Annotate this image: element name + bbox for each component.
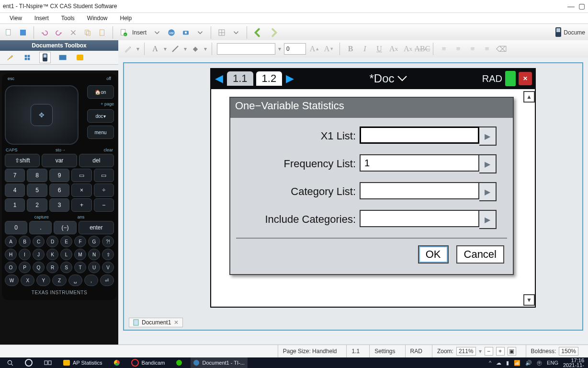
calc-key-U[interactable]: U: [88, 262, 100, 273]
calc-key-5[interactable]: 5: [27, 184, 47, 197]
zoom-out-button[interactable]: −: [485, 347, 493, 356]
tab-next-button[interactable]: ▶: [285, 72, 295, 85]
calc-key-Z[interactable]: Z: [52, 275, 66, 286]
calc-key-0[interactable]: 0: [5, 221, 27, 234]
frequency-list-input[interactable]: [360, 154, 479, 172]
boldness-value[interactable]: 150%: [559, 347, 578, 356]
calc-key-M[interactable]: M: [74, 249, 86, 260]
documents-tab-label[interactable]: Docume: [564, 29, 585, 36]
calc-enter-key[interactable]: enter: [79, 221, 114, 234]
line-color-button[interactable]: [170, 43, 181, 55]
save-button[interactable]: [17, 27, 29, 38]
capture-button[interactable]: [180, 27, 192, 38]
calc-doc-key[interactable]: doc ▾: [87, 109, 114, 123]
strike-button[interactable]: ABC: [417, 43, 428, 55]
font-size-input[interactable]: 0: [284, 43, 306, 55]
task-wechat[interactable]: [173, 357, 185, 368]
scroll-up-button[interactable]: ▲: [523, 91, 535, 103]
toolbox-tab-libraries[interactable]: [75, 52, 85, 63]
calc-key-shift2[interactable]: ⇧: [102, 249, 114, 260]
calc-key-mult[interactable]: ×: [71, 184, 91, 197]
menu-help[interactable]: Help: [115, 14, 137, 23]
decrease-font-button[interactable]: A▼: [323, 43, 335, 55]
tray-wifi-icon[interactable]: 📶: [514, 360, 520, 366]
document-tab[interactable]: Document1 ✕: [129, 318, 183, 327]
underline-button[interactable]: U: [373, 43, 385, 55]
calc-touchpad-click[interactable]: ✥: [31, 104, 53, 126]
tools-icon[interactable]: [122, 43, 134, 55]
handheld-scrollbar[interactable]: ▲ ▼: [523, 91, 535, 306]
tray-date[interactable]: 2021-11-: [563, 363, 584, 368]
calc-key-plus[interactable]: +: [71, 198, 91, 212]
calc-shift-key[interactable]: ⇧shift: [5, 154, 40, 167]
calc-key-8[interactable]: 8: [27, 169, 47, 182]
window-maximize-button[interactable]: ▢: [578, 2, 585, 11]
var-button[interactable]: var: [166, 27, 177, 38]
calc-key-N[interactable]: N: [88, 249, 100, 260]
toolbox-tab-calculator[interactable]: [39, 52, 51, 63]
taskview-button[interactable]: [41, 357, 55, 368]
menu-insert[interactable]: Insert: [30, 14, 54, 23]
tab-1-1[interactable]: 1.1: [227, 71, 253, 86]
calc-key-B[interactable]: B: [19, 236, 31, 247]
calc-key-J[interactable]: J: [33, 249, 45, 260]
calc-menu-key[interactable]: menu: [87, 126, 114, 139]
nav-back-button[interactable]: [252, 26, 264, 39]
calc-key-D[interactable]: D: [46, 236, 58, 247]
calc-key-6[interactable]: 6: [49, 184, 69, 197]
calc-key-C[interactable]: C: [33, 236, 45, 247]
calc-key-K[interactable]: K: [46, 249, 58, 260]
calc-var-key[interactable]: var: [42, 154, 77, 167]
zoom-in-button[interactable]: +: [496, 347, 505, 356]
calc-key-X[interactable]: X: [21, 275, 34, 286]
include-categories-dropdown[interactable]: ▶: [479, 210, 497, 229]
calc-on-key[interactable]: 🏠on: [87, 85, 114, 99]
category-list-input[interactable]: [360, 182, 479, 199]
document-tab-close[interactable]: ✕: [174, 319, 179, 326]
text-color-button[interactable]: A: [149, 43, 161, 55]
cancel-button[interactable]: Cancel: [456, 245, 504, 264]
calc-key-return[interactable]: ⏎: [100, 275, 114, 286]
superscript-button[interactable]: Ax: [388, 43, 399, 55]
calc-key-book[interactable]: ▭: [71, 169, 91, 182]
capture-dropdown[interactable]: [194, 27, 206, 38]
calc-key-O[interactable]: O: [5, 262, 17, 273]
calc-key-punct[interactable]: ?!: [102, 236, 114, 247]
tray-battery-icon[interactable]: ▮: [506, 360, 509, 366]
calc-key-dot[interactable]: .: [29, 221, 52, 234]
menu-window[interactable]: Window: [82, 14, 113, 23]
calc-key-V[interactable]: V: [102, 262, 114, 273]
calc-key-G[interactable]: G: [88, 236, 100, 247]
menu-view[interactable]: View: [5, 14, 27, 23]
tray-chevron-icon[interactable]: ^: [489, 360, 491, 366]
calc-key-space[interactable]: ␣: [68, 275, 82, 286]
italic-button[interactable]: I: [359, 43, 371, 55]
toolbox-tab-tools[interactable]: [5, 52, 15, 63]
calc-key-I[interactable]: I: [19, 249, 31, 260]
frequency-list-dropdown[interactable]: ▶: [479, 154, 497, 173]
category-list-dropdown[interactable]: ▶: [479, 182, 497, 201]
calc-key-E[interactable]: E: [60, 236, 72, 247]
include-categories-input[interactable]: [360, 210, 479, 227]
fill-color-button[interactable]: [190, 43, 201, 55]
undo-button[interactable]: [39, 27, 50, 38]
calc-key-W[interactable]: W: [5, 275, 19, 286]
calc-key-T[interactable]: T: [74, 262, 86, 273]
calc-key-div[interactable]: ÷: [94, 184, 114, 197]
bold-button[interactable]: B: [345, 43, 356, 55]
new-doc-button[interactable]: [3, 27, 14, 38]
calc-key-7[interactable]: 7: [5, 169, 25, 182]
nav-forward-button[interactable]: [267, 26, 280, 39]
increase-font-button[interactable]: A▲: [309, 43, 320, 55]
calc-key-A[interactable]: A: [5, 236, 17, 247]
window-minimize-button[interactable]: —: [567, 2, 575, 11]
subscript-button[interactable]: Ax: [402, 43, 414, 55]
calc-touchpad[interactable]: ✥: [5, 85, 79, 145]
zoom-value[interactable]: 211%: [456, 347, 476, 356]
redo-button[interactable]: [53, 27, 65, 38]
align-right-button[interactable]: ≡: [467, 43, 478, 55]
tab-1-2[interactable]: 1.2: [256, 71, 283, 86]
calc-key-Y[interactable]: Y: [36, 275, 50, 286]
menu-tools[interactable]: Tools: [57, 14, 79, 23]
tray-ime-icon[interactable]: ㊥: [537, 359, 542, 367]
